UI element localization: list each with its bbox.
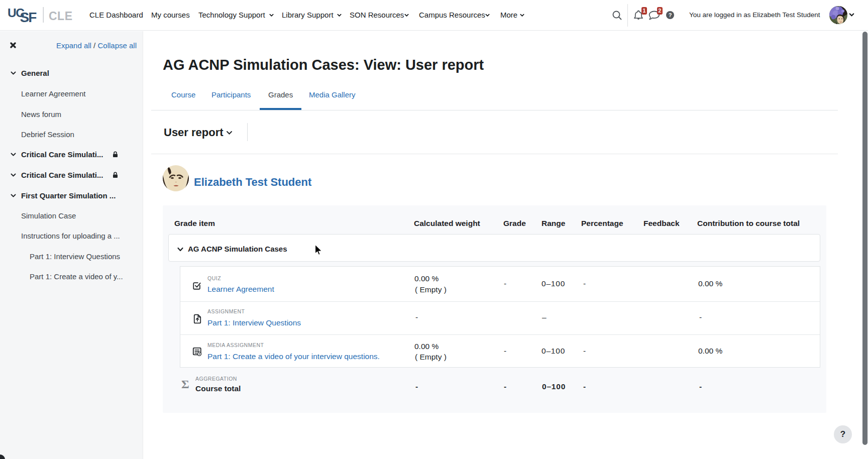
- svg-text:SF: SF: [20, 10, 37, 25]
- svg-text:CLE: CLE: [49, 10, 73, 23]
